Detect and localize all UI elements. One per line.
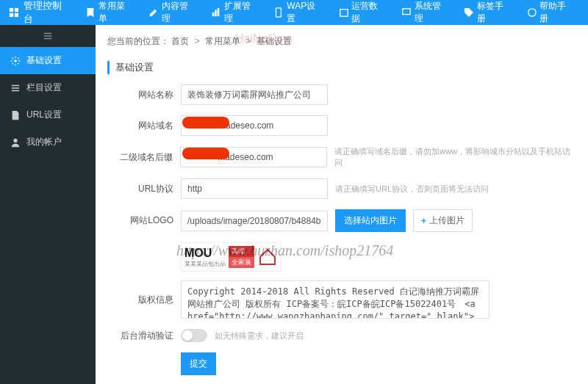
nav-help[interactable]: 帮助手册 <box>520 0 582 25</box>
label-slide-verify: 后台滑动验证 <box>107 330 173 342</box>
pick-image-button[interactable]: 选择站内图片 <box>335 209 406 232</box>
svg-rect-5 <box>215 10 217 17</box>
breadcrumb-menu[interactable]: 常用菜单 <box>205 36 240 46</box>
menu-icon <box>43 31 53 41</box>
sidebar-item-label: 基础设置 <box>26 54 62 67</box>
help-icon <box>527 7 537 18</box>
sidebar-item-basic[interactable]: 基础设置 <box>0 47 96 74</box>
sidebar-item-account[interactable]: 我的帐户 <box>0 128 96 156</box>
plus-icon: + <box>421 216 426 226</box>
bookmark-icon <box>85 7 96 18</box>
sidebar: 基础设置 栏目设置 URL设置 我的帐户 <box>0 25 96 384</box>
svg-rect-8 <box>340 10 347 17</box>
nav-tags[interactable]: 标签手册 <box>456 0 519 25</box>
svg-point-11 <box>14 59 17 62</box>
tag-icon <box>464 7 474 18</box>
brand-label: 管理控制台 <box>24 0 71 26</box>
svg-rect-0 <box>10 8 13 12</box>
monitor-icon <box>401 7 412 18</box>
house-icon <box>257 248 278 266</box>
phone-icon <box>273 7 284 18</box>
nav-data[interactable]: 运营数据 <box>331 0 394 25</box>
calendar-icon <box>339 7 349 18</box>
redaction <box>182 148 229 159</box>
sidebar-item-label: 栏目设置 <box>26 81 62 94</box>
svg-rect-1 <box>15 8 18 12</box>
breadcrumb: 您当前的位置： 首页 > 常用菜单 > 基础设置 <box>107 32 576 55</box>
user-icon <box>10 137 21 148</box>
nav-wap[interactable]: WAP设置 <box>266 0 331 25</box>
sidebar-item-label: URL设置 <box>26 109 62 121</box>
panel-title: 基础设置 <box>107 61 576 74</box>
svg-rect-7 <box>276 8 282 17</box>
toggle-slide-verify[interactable] <box>181 329 207 342</box>
svg-rect-3 <box>15 13 18 17</box>
label-domain: 网站域名 <box>107 120 173 132</box>
list-icon <box>10 83 21 93</box>
edit-icon <box>148 7 159 18</box>
redaction <box>182 117 229 128</box>
label-url-proto: URL协议 <box>107 183 173 195</box>
sidebar-item-url[interactable]: URL设置 <box>0 101 96 128</box>
sidebar-item-label: 我的帐户 <box>26 136 62 148</box>
input-logo-path[interactable] <box>181 211 328 231</box>
dashboard-icon <box>9 7 19 18</box>
sidebar-collapse[interactable] <box>0 25 96 47</box>
label-logo: 网站LOGO <box>107 214 173 227</box>
breadcrumb-current: 基础设置 <box>257 36 292 46</box>
hint-sub-domain: 请正确填写域名后缀，请勿加www，将影响城市分站以及手机站访问 <box>334 146 576 168</box>
upload-image-button[interactable]: +上传图片 <box>413 209 473 232</box>
svg-rect-2 <box>10 13 13 17</box>
label-copyright: 版权信息 <box>107 294 173 306</box>
textarea-copyright[interactable]: Copyright 2014-2018 All Rights Reserved … <box>181 280 490 319</box>
top-nav: 管理控制台 常用菜单 内容管理 扩展管理 WAP设置 运营数据 系统管理 标签手… <box>0 0 588 25</box>
main-content: HaiNaCms 您当前的位置： 首页 > 常用菜单 > 基础设置 基础设置 网… <box>96 25 588 384</box>
label-sub-domain: 二级域名后缀 <box>107 151 173 164</box>
nav-extend[interactable]: 扩展管理 <box>204 0 266 25</box>
input-site-name[interactable] <box>181 84 328 105</box>
svg-rect-6 <box>218 8 220 16</box>
svg-point-12 <box>13 138 17 142</box>
nav-content[interactable]: 内容管理 <box>141 0 204 25</box>
logo-preview: MOU 某某某品包出品 高端 全家装 <box>181 242 282 272</box>
top-nav-items: 常用菜单 内容管理 扩展管理 WAP设置 运营数据 系统管理 标签手册 帮助手册 <box>78 0 582 25</box>
chart-icon <box>211 7 221 18</box>
hint-url-proto: 请正确填写URL协议，否则页面将无法访问 <box>335 184 489 195</box>
hint-slide-verify: 如无特殊需求，建议开启 <box>215 330 304 341</box>
nav-system[interactable]: 系统管理 <box>394 0 456 25</box>
svg-rect-4 <box>212 12 215 16</box>
breadcrumb-home[interactable]: 首页 <box>171 36 189 46</box>
brand: 管理控制台 <box>6 0 78 26</box>
label-site-name: 网站名称 <box>107 89 173 101</box>
svg-rect-9 <box>403 9 410 15</box>
sidebar-item-column[interactable]: 栏目设置 <box>0 74 96 101</box>
file-icon <box>10 110 21 120</box>
svg-point-10 <box>528 9 535 16</box>
submit-button[interactable]: 提交 <box>181 352 216 375</box>
input-url-proto[interactable] <box>181 178 328 199</box>
nav-common[interactable]: 常用菜单 <box>78 0 140 25</box>
gear-icon <box>10 56 21 66</box>
